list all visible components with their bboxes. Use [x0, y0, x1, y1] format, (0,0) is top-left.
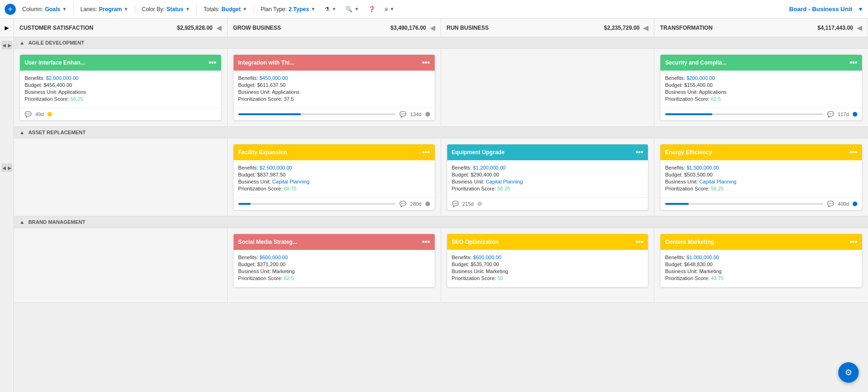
card-menu-facility[interactable]: •••: [422, 148, 430, 157]
lane-collapse-agile[interactable]: ▲: [20, 40, 25, 46]
search-button[interactable]: 🔍 ▼: [343, 4, 362, 14]
status-dot-sec: [853, 112, 857, 117]
benefits-value-int: $450,000.00: [260, 75, 288, 81]
col-nav-customer-satisfaction[interactable]: ◀: [216, 24, 222, 32]
card-days-ui: 49d: [35, 111, 44, 117]
lane-header-agile: ▲ AGILE DEVELOPMENT: [14, 37, 868, 49]
score-value-soc: 62.5: [284, 275, 294, 281]
fab-button[interactable]: ⚙: [838, 362, 859, 383]
sidebar-right-arrow-2[interactable]: ▶: [7, 163, 12, 172]
col-header-grow-business: GROW BUSINESS $3,490,176.00 ◀: [228, 19, 441, 37]
card-field-score-eq: Prioritization Score: 56.25: [452, 186, 644, 191]
fab-icon: ⚙: [845, 367, 852, 378]
sidebar-toggle[interactable]: ▶: [0, 19, 14, 37]
card-menu-integration[interactable]: •••: [422, 59, 430, 67]
score-value-ui: 56.25: [70, 96, 83, 102]
lane-cards-asset: Facility Expansion ••• Benefits: $2,500,…: [14, 138, 868, 216]
sidebar-arrows: ◀ ▶: [0, 37, 13, 53]
comment-icon-int: 💬: [399, 111, 406, 118]
budget-value-sec: $155,400.00: [684, 82, 712, 88]
col-nav-run-business[interactable]: ◀: [643, 24, 648, 32]
filter-icon: ⚗: [325, 6, 330, 13]
plan-type-dropdown[interactable]: Plan Type: 2 Types ▼: [258, 4, 318, 14]
card-menu-security[interactable]: •••: [849, 59, 857, 67]
card-menu-user-interface[interactable]: •••: [209, 59, 216, 67]
col-label-grow-business: GROW BUSINESS: [233, 25, 281, 31]
card-menu-energy[interactable]: •••: [849, 148, 857, 157]
card-menu-equipment[interactable]: •••: [635, 148, 643, 157]
column-dropdown[interactable]: Column: Goals ▼: [20, 4, 70, 14]
card-field-budget-seo: Budget: $535,700.00: [452, 261, 644, 267]
status-dot-fac: [425, 202, 430, 206]
menu-button[interactable]: ≡ ▼: [382, 4, 397, 14]
card-header-energy: Energy Efficiency •••: [660, 144, 862, 160]
card-body-content: Benefits: $1,000,000.00 Budget: $648,830…: [660, 250, 862, 287]
score-value-seo: 50: [497, 275, 503, 281]
progress-fill-sec: [665, 113, 712, 115]
lane-cell-asset-3: Energy Efficiency ••• Benefits: $1,500,0…: [654, 138, 868, 216]
budget-value-soc: $371,200.00: [257, 261, 286, 267]
budget-value-int: $611,637.50: [257, 82, 286, 88]
card-header-integration: Integration with Thi... •••: [234, 55, 435, 71]
card-title-equipment: Equipment Upgrade: [452, 149, 636, 156]
filter-arrow-icon: ▼: [332, 7, 336, 12]
card-field-score-ui: Prioritization Score: 56.25: [25, 96, 216, 102]
menu-icon: ≡: [385, 6, 388, 13]
comment-icon-fac: 💬: [399, 201, 406, 207]
card-energy: Energy Efficiency ••• Benefits: $1,500,0…: [660, 144, 862, 210]
sidebar-toggle-icon: ▶: [5, 25, 9, 31]
card-body-social: Benefits: $600,000.00 Budget: $371,200.0…: [234, 250, 435, 287]
card-title-security: Security and Complia...: [665, 59, 849, 66]
bu-value-int: Applications: [272, 89, 300, 95]
lane-cards-brand: Social Media Strateg... ••• Benefits: $6…: [14, 228, 868, 302]
help-button[interactable]: ❓: [365, 4, 378, 14]
card-menu-content[interactable]: •••: [849, 238, 857, 246]
card-body-equipment: Benefits: $1,200,000.00 Budget: $290,400…: [447, 160, 648, 197]
bu-value-seo: Marketing: [486, 268, 508, 274]
card-field-bu-fac: Business Unit: Capital Planning: [238, 179, 430, 184]
lanes-arrow-icon: ▼: [124, 7, 128, 12]
sidebar-left-arrow[interactable]: ◀: [2, 41, 7, 49]
progress-bar-sec: [665, 113, 823, 115]
benefits-value-eq: $1,200,000.00: [473, 165, 505, 170]
progress-bar-int: [238, 113, 396, 115]
card-title-energy: Energy Efficiency: [665, 149, 849, 156]
card-menu-seo[interactable]: •••: [635, 238, 643, 246]
totals-dropdown[interactable]: Totals: Budget ▼: [201, 4, 250, 14]
column-value: Goals: [45, 6, 60, 13]
sidebar-right-arrow[interactable]: ▶: [7, 41, 12, 49]
lanes-dropdown[interactable]: Lanes: Program ▼: [78, 4, 131, 14]
benefits-value-soc: $600,000.00: [260, 255, 288, 260]
card-user-interface: User Interface Enhan... ••• Benefits: $2…: [20, 54, 222, 121]
card-menu-social[interactable]: •••: [422, 238, 430, 246]
card-field-budget-soc: Budget: $371,200.00: [238, 261, 430, 267]
card-header-social: Social Media Strateg... •••: [234, 234, 435, 250]
card-footer-eq: 💬 215d: [447, 197, 648, 210]
color-by-value: Status: [167, 6, 184, 13]
status-dot-eq: [477, 202, 482, 206]
lane-collapse-brand[interactable]: ▲: [20, 219, 25, 225]
comment-icon-ui: 💬: [25, 111, 32, 118]
sidebar-left-arrow-2[interactable]: ◀: [2, 163, 7, 172]
col-nav-transformation[interactable]: ◀: [857, 24, 862, 32]
bu-label-ui: Business Unit:: [25, 89, 57, 95]
color-by-arrow-icon: ▼: [185, 7, 190, 12]
col-nav-grow-business[interactable]: ◀: [430, 24, 435, 32]
card-title-facility: Facility Expansion: [238, 149, 422, 156]
card-field-benefits-seo: Benefits: $600,000.00: [452, 255, 644, 260]
card-header-security: Security and Complia... •••: [660, 55, 862, 71]
score-value-int: 37.5: [284, 96, 294, 102]
lane-collapse-asset[interactable]: ▲: [20, 130, 25, 135]
lanes-value: Program: [99, 6, 122, 13]
add-button[interactable]: +: [5, 4, 16, 15]
progress-bar-en: [665, 203, 823, 205]
col-header-customer-satisfaction: CUSTOMER SATISFACTION $2,925,828.00 ◀: [14, 19, 228, 37]
card-footer-int: 💬 134d: [234, 108, 435, 120]
card-field-score-sec: Prioritization Score: 62.5: [665, 96, 857, 102]
card-days-fac: 280d: [410, 201, 421, 207]
card-footer-ui: 💬 49d: [20, 108, 221, 120]
color-by-dropdown[interactable]: Color By: Status ▼: [139, 4, 193, 14]
score-label-ui: Prioritization Score:: [25, 96, 69, 102]
filter-button[interactable]: ⚗ ▼: [322, 4, 339, 14]
card-field-score-seo: Prioritization Score: 50: [452, 275, 644, 281]
